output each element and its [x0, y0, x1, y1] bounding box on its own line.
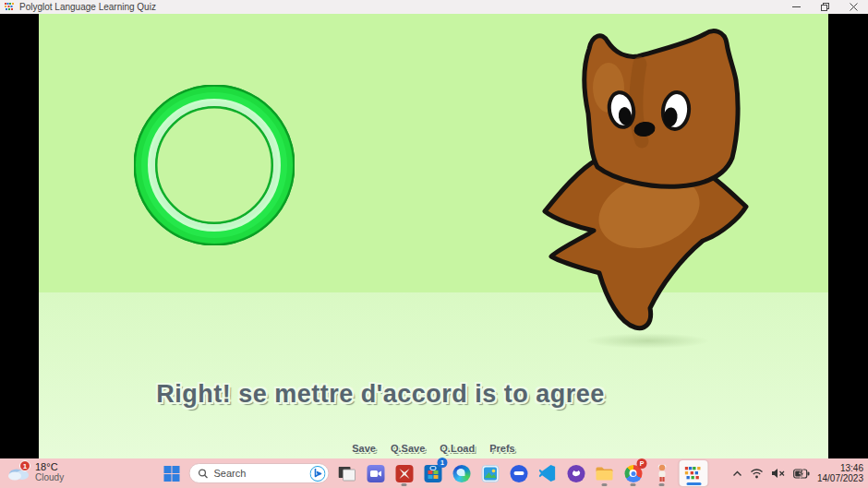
taskbar-item-store[interactable]: 1: [422, 460, 444, 486]
taskbar-item-desktops[interactable]: [336, 460, 358, 486]
weather-temperature: 18°C: [35, 461, 64, 472]
search-placeholder: Search: [214, 468, 305, 479]
weather-alert-badge: 1: [19, 460, 30, 471]
close-button[interactable]: [839, 0, 868, 14]
battery-icon: [793, 469, 810, 479]
taskbar: 1 18°C Cloudy Search: [0, 458, 868, 488]
restore-button[interactable]: [811, 0, 839, 14]
clock-date: 14/07/2023: [817, 473, 863, 484]
taskbar-item-quiz-app[interactable]: [393, 460, 416, 486]
taskbar-item-github[interactable]: [565, 460, 587, 486]
start-button[interactable]: [161, 460, 183, 486]
file-explorer-icon: [596, 466, 614, 482]
search-box[interactable]: Search: [189, 463, 330, 483]
chat-video-icon: [367, 465, 384, 482]
window-title: Polyglot Language Learning Quiz: [19, 2, 156, 12]
minimize-icon: [792, 3, 801, 11]
github-desktop-icon: [567, 465, 585, 482]
taskbar-item-zoom[interactable]: [508, 460, 530, 486]
bear-character[interactable]: [540, 21, 750, 339]
edge-icon: [452, 465, 470, 482]
prefs-button[interactable]: Prefs: [489, 443, 515, 454]
zoom-icon: [510, 465, 527, 482]
battery-button[interactable]: [793, 469, 810, 479]
taskbar-item-polyglot-quiz-active[interactable]: [680, 460, 708, 486]
close-icon: [850, 3, 858, 11]
qsave-button[interactable]: Q.Save: [391, 443, 425, 454]
running-indicator: [631, 483, 636, 486]
game-button-row: Save Q.Save Q.Load Prefs: [39, 443, 828, 454]
chevron-up-icon: [732, 470, 742, 477]
taskbar-item-chrome[interactable]: P: [622, 460, 645, 486]
quiz-feedback-subtitle: Right! se mettre d'accord is to agree: [39, 380, 722, 409]
taskbar-item-game-character[interactable]: [651, 460, 673, 486]
wifi-icon: [750, 468, 764, 479]
running-indicator: [402, 483, 407, 486]
tray-overflow-button[interactable]: [732, 470, 742, 477]
qload-button[interactable]: Q.Load: [440, 443, 475, 454]
taskbar-item-vscode[interactable]: [536, 460, 559, 486]
save-button[interactable]: Save: [352, 443, 376, 454]
taskbar-center: Search: [161, 458, 708, 488]
vscode-icon: [539, 465, 556, 482]
search-icon: [199, 469, 209, 479]
desktop-windows-icon: [338, 466, 356, 482]
bing-icon: [310, 466, 326, 482]
running-indicator: [659, 483, 665, 486]
titlebar: Polyglot Language Learning Quiz: [0, 0, 868, 14]
windows-logo-icon: [163, 466, 179, 482]
restore-icon: [821, 3, 829, 11]
volume-muted-icon: [771, 468, 786, 479]
taskbar-item-photos[interactable]: [479, 460, 501, 486]
active-window-indicator: [686, 482, 701, 485]
window-content: Right! se mettre d'accord is to agree Sa…: [0, 14, 868, 458]
clock-time: 13:46: [817, 463, 863, 474]
taskbar-item-edge[interactable]: [451, 460, 473, 486]
wifi-button[interactable]: [750, 468, 764, 479]
photos-icon: [481, 465, 499, 482]
store-notification-badge: 1: [438, 458, 448, 468]
running-indicator: [602, 483, 608, 486]
app-pixel-icon: [5, 3, 15, 11]
weather-widget[interactable]: 1 18°C Cloudy: [7, 461, 64, 483]
game-viewport: Right! se mettre d'accord is to agree Sa…: [39, 14, 828, 458]
green-ring[interactable]: [134, 85, 295, 245]
polyglot-pixel-icon: [684, 467, 704, 481]
taskbar-item-chat[interactable]: [365, 460, 387, 486]
volume-button[interactable]: [771, 468, 786, 479]
minimize-button[interactable]: [782, 0, 811, 14]
red-app-icon: [395, 465, 413, 482]
chrome-profile-badge: P: [637, 458, 647, 469]
system-tray: 13:46 14/07/2023: [732, 458, 863, 488]
game-character-icon: [656, 464, 668, 482]
microsoft-store-icon: [424, 465, 441, 482]
taskbar-item-file-explorer[interactable]: [594, 460, 616, 486]
weather-condition: Cloudy: [35, 472, 64, 483]
clock[interactable]: 13:46 14/07/2023: [817, 463, 863, 484]
